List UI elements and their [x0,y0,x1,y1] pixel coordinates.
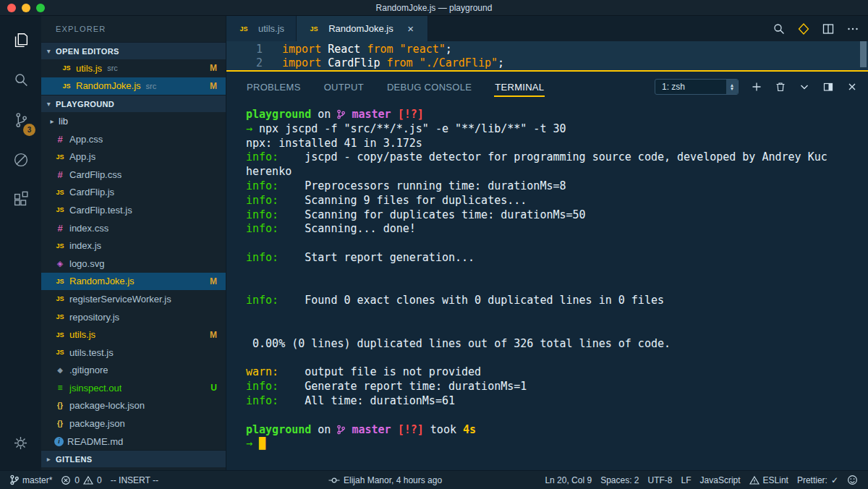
vim-mode-indicator[interactable]: -- INSERT -- [106,471,163,489]
indentation-indicator[interactable]: Spaces: 2 [596,475,643,485]
shell-select-value: 1: zsh [662,82,685,92]
file-package.json[interactable]: {}package.json [41,414,226,433]
encoding-indicator[interactable]: UTF-8 [644,475,677,485]
file-registerServiceWorker.js[interactable]: JSregisterServiceWorker.js [41,290,226,308]
file-utils.test.js[interactable]: JSutils.test.js [41,344,226,362]
search-icon[interactable] [0,60,41,100]
file-RandomJoke.js[interactable]: JSRandomJoke.jsM [41,273,226,291]
css-file-icon: # [54,134,66,145]
panel-tab-terminal[interactable]: TERMINAL [494,77,545,97]
more-actions-icon[interactable] [846,22,859,35]
open-changes-icon[interactable] [773,22,786,35]
problems-indicator[interactable]: 0 0 [56,471,106,489]
source-control-icon[interactable]: 3 [0,100,41,140]
sidebar-explorer: EXPLORER ▾ OPEN EDITORS JSutils.jssrcMJS… [41,16,226,470]
file-CardFlip.test.js[interactable]: JSCardFlip.test.js [41,201,226,219]
close-icon[interactable]: × [406,22,416,35]
file-name: utils.js [69,329,95,340]
split-editor-icon[interactable] [822,22,835,35]
terminal-line [246,409,868,423]
tab-RandomJoke.js[interactable]: JSRandomJoke.js× [297,16,428,41]
js-file-icon: JS [54,313,66,320]
status-bar: master* 0 0 -- INSERT -- Elijah Manor, 4… [0,470,868,489]
json-file-icon: {} [54,420,66,428]
terminal-line: playground on master [!?] [246,108,868,122]
toggle-panel-icon[interactable] [822,81,834,93]
section-playground[interactable]: ▾ PLAYGROUND [41,95,226,112]
cursor-position-label: Ln 20, Col 9 [545,475,592,485]
file-CardFlip.js[interactable]: JSCardFlip.js [41,184,226,202]
commit-icon [328,475,340,485]
terminal-line [246,265,868,280]
terminal-output[interactable]: playground on master [!?]→ npx jscpd -f … [226,102,868,470]
git-branch-icon [337,108,345,121]
js-file-icon: JS [54,278,66,285]
feedback-smiley-icon[interactable] [843,475,862,485]
panel-tab-debug-console[interactable]: DEBUG CONSOLE [386,77,472,97]
editor-scrollbar[interactable] [860,41,867,67]
section-label: GITLENS [56,455,92,464]
prettier-status[interactable]: Prettier: ✓ [793,475,843,485]
folder-lib[interactable]: ▸lib [41,112,226,130]
terminal-line: info: Generate report time: durationMs=1 [246,380,868,394]
warnings-icon [83,475,93,485]
minimize-window-button[interactable] [22,4,30,12]
file-name: jsinspect.out [69,383,122,394]
section-open-editors[interactable]: ▾ OPEN EDITORS [41,42,226,59]
close-window-button[interactable] [7,4,16,12]
file-jsinspect.out[interactable]: ≡jsinspect.outU [41,379,226,397]
scm-badge: 3 [23,124,35,136]
gitlens-blame[interactable]: Elijah Manor, 4 hours ago [324,471,446,489]
git-branch-indicator[interactable]: master* [6,471,56,489]
line-number: 1 [226,43,263,56]
file-utils.js[interactable]: JSutils.jsM [41,326,226,344]
branch-label: master* [22,475,52,485]
gitlens-icon[interactable] [797,22,810,35]
cursor-position[interactable]: Ln 20, Col 9 [540,475,596,485]
errors-icon [61,475,71,485]
settings-gear-icon[interactable] [0,423,41,463]
open-editor-utils.js[interactable]: JSutils.jssrcM [41,59,226,77]
debug-icon[interactable] [0,140,41,179]
language-mode[interactable]: JavaScript [696,475,745,485]
prettier-label: Prettier: [797,475,827,485]
kill-terminal-icon[interactable] [775,81,786,93]
tab-strip: JSutils.jsJSRandomJoke.js× [226,16,428,41]
file-repository.js[interactable]: JSrepository.js [41,308,226,326]
eol-indicator[interactable]: LF [677,475,696,485]
file-App.css[interactable]: #App.css [41,130,226,148]
encoding-label: UTF-8 [648,475,673,485]
panel-tab-problems[interactable]: PROBLEMS [246,77,302,97]
section-gitlens[interactable]: ▸ GITLENS [41,450,226,467]
js-file-icon: JS [54,189,66,196]
terminal-shell-select[interactable]: 1: zsh ▲▼ [655,79,739,95]
file-package-lock.json[interactable]: {}package-lock.json [41,397,226,415]
title-bar: RandomJoke.js — playground [0,0,868,16]
git-file-icon: ◆ [54,366,66,374]
open-editor-RandomJoke.js[interactable]: JSRandomJoke.jssrcM [41,77,226,95]
js-file-icon: JS [54,349,66,356]
file-.gitignore[interactable]: ◆.gitignore [41,362,226,380]
tab-utils.js[interactable]: JSutils.js [226,16,297,41]
new-terminal-icon[interactable] [751,81,762,93]
code-editor[interactable]: 1import React from "react";2import CardF… [226,41,868,70]
panel-tab-output[interactable]: OUTPUT [323,77,365,97]
editor-group: JSutils.jsJSRandomJoke.js× [226,16,868,470]
file-CardFlip.css[interactable]: #CardFlip.css [41,166,226,184]
file-name: package-lock.json [69,400,145,411]
panel-header: PROBLEMSOUTPUTDEBUG CONSOLETERMINAL 1: z… [226,72,868,102]
file-README.md[interactable]: iREADME.md [41,433,226,451]
file-index.css[interactable]: #index.css [41,219,226,237]
close-panel-icon[interactable] [846,81,858,93]
file-App.js[interactable]: JSApp.js [41,148,226,166]
zoom-window-button[interactable] [36,4,45,12]
file-tree: ▸lib#App.cssJSApp.js#CardFlip.cssJSCardF… [41,112,226,450]
explorer-icon[interactable] [0,20,41,60]
file-logo.svg[interactable]: ◈logo.svg [41,255,226,273]
file-index.js[interactable]: JSindex.js [41,237,226,255]
extensions-icon[interactable] [0,179,41,219]
chevron-down-icon[interactable] [799,81,810,93]
eslint-status[interactable]: ESLint [745,475,793,485]
file-name: CardFlip.js [69,187,114,197]
file-name: logo.svg [69,258,104,269]
